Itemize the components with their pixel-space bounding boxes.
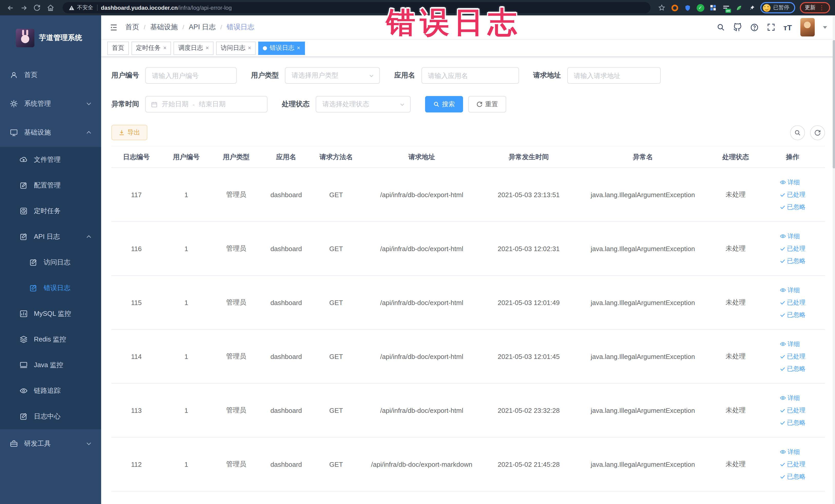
- export-button[interactable]: 导出: [111, 125, 147, 140]
- sidebar-collapse-icon[interactable]: [109, 23, 118, 32]
- sidebar-item-Redis-监控[interactable]: Redis 监控: [0, 327, 101, 352]
- breadcrumb-item-首页[interactable]: 首页: [125, 23, 139, 32]
- action-已忽略[interactable]: 已忽略: [780, 203, 806, 211]
- sidebar-item-研发工具[interactable]: 研发工具: [0, 429, 101, 458]
- search-icon[interactable]: [717, 23, 725, 31]
- tab-错误日志[interactable]: 错误日志×: [259, 41, 305, 55]
- action-已处理[interactable]: 已处理: [780, 298, 806, 307]
- close-tab-icon[interactable]: ×: [297, 45, 300, 51]
- action-label: 详细: [788, 232, 800, 241]
- breadcrumb-item-基础设施[interactable]: 基础设施: [150, 23, 178, 32]
- search-button[interactable]: 搜索: [425, 96, 463, 113]
- sidebar-item-链路追踪[interactable]: 链路追踪: [0, 378, 101, 404]
- active-tab-dot-icon: [263, 46, 267, 50]
- back-icon[interactable]: [5, 3, 15, 13]
- breadcrumb-separator: /: [220, 24, 222, 31]
- calendar-icon: [151, 101, 158, 107]
- browser-menu-kebab-icon[interactable]: ⋮: [819, 5, 825, 11]
- forward-icon[interactable]: [19, 3, 29, 13]
- sidebar-item-系统管理[interactable]: 系统管理: [0, 89, 101, 118]
- breadcrumb-item-API-日志[interactable]: API 日志: [189, 23, 216, 32]
- reload-icon[interactable]: [32, 3, 42, 13]
- refresh-table-button[interactable]: [810, 125, 825, 140]
- address-bar[interactable]: 不安全 dashboard.yudao.iocoder.cn/infra/log…: [63, 2, 650, 13]
- table-row: 1151管理员dashboardGET/api/infra/db-doc/exp…: [111, 276, 825, 329]
- github-icon[interactable]: [733, 23, 742, 32]
- app-logo-row[interactable]: 芋道管理系统: [0, 15, 101, 61]
- action-已处理[interactable]: 已处理: [780, 244, 806, 253]
- action-已处理[interactable]: 已处理: [780, 460, 806, 468]
- sidebar-item-错误日志[interactable]: 错误日志: [0, 275, 101, 301]
- orange-donut-extension-icon[interactable]: [670, 4, 679, 12]
- close-tab-icon[interactable]: ×: [206, 45, 209, 51]
- sidebar-item-MySQL-监控[interactable]: MySQL 监控: [0, 301, 101, 327]
- sidebar-item-API-日志[interactable]: API 日志: [0, 224, 101, 249]
- sidebar-item-文件管理[interactable]: 文件管理: [0, 147, 101, 173]
- tab-label: 错误日志: [270, 44, 294, 53]
- green-check-extension-icon[interactable]: ✓: [696, 4, 704, 12]
- close-tab-icon[interactable]: ×: [163, 45, 167, 51]
- tab-首页[interactable]: 首页: [107, 41, 129, 55]
- cell-time: 2021-05-02 23:32:28: [482, 383, 575, 437]
- page-scrollbar-thumb[interactable]: [832, 40, 835, 168]
- url-path: /infra/log/api-error-log: [178, 5, 232, 11]
- chrome-update-button[interactable]: 更新 ⋮: [799, 2, 830, 13]
- cell-app: dashboard: [261, 329, 311, 383]
- start-date-placeholder: 开始日期: [162, 100, 188, 109]
- sidebar-item-基础设施[interactable]: 基础设施: [0, 118, 101, 147]
- help-icon[interactable]: [750, 23, 759, 32]
- sidebar-item-首页[interactable]: 首页: [0, 61, 101, 89]
- action-详细[interactable]: 详细: [780, 340, 800, 348]
- user-type-select[interactable]: 请选择用户类型: [285, 67, 380, 84]
- page-scrollbar-track[interactable]: [832, 15, 835, 504]
- toggle-search-button[interactable]: [790, 125, 805, 140]
- sidebar-item-Java-监控[interactable]: Java 监控: [0, 352, 101, 378]
- app-name-input[interactable]: [422, 68, 518, 83]
- chart-icon: [20, 310, 28, 318]
- tab-调度日志[interactable]: 调度日志×: [174, 41, 213, 55]
- blue-shield-extension-icon[interactable]: [683, 4, 692, 12]
- action-详细[interactable]: 详细: [780, 286, 800, 295]
- sidebar-item-定时任务[interactable]: 定时任务: [0, 198, 101, 224]
- fullscreen-icon[interactable]: [767, 23, 775, 31]
- action-已处理[interactable]: 已处理: [780, 406, 806, 415]
- cell-user_type: 管理员: [211, 437, 261, 491]
- action-已忽略[interactable]: 已忽略: [780, 310, 806, 319]
- grid-extension-icon[interactable]: [709, 4, 717, 12]
- tab-定时任务[interactable]: 定时任务×: [131, 41, 171, 55]
- request-url-input[interactable]: [568, 68, 660, 83]
- table-row: 1121管理员dashboardGET/api/infra/db-doc/exp…: [111, 437, 825, 491]
- user-id-input[interactable]: [146, 68, 236, 83]
- action-详细[interactable]: 详细: [780, 394, 800, 402]
- action-已忽略[interactable]: 已忽略: [780, 257, 806, 265]
- action-已忽略[interactable]: 已忽略: [780, 418, 806, 427]
- reset-button[interactable]: 重置: [468, 96, 506, 113]
- date-range-picker[interactable]: 开始日期 - 结束日期: [145, 96, 267, 113]
- action-已忽略[interactable]: 已忽略: [780, 364, 806, 373]
- profile-paused-chip[interactable]: 已暂停: [760, 2, 795, 13]
- action-详细[interactable]: 详细: [780, 178, 800, 187]
- close-tab-icon[interactable]: ×: [248, 45, 251, 51]
- font-size-icon[interactable]: ᴛT: [783, 23, 792, 32]
- action-已处理[interactable]: 已处理: [780, 352, 806, 361]
- cell-method: GET: [311, 437, 361, 491]
- user-menu-caret-icon[interactable]: [823, 26, 827, 28]
- sidebar-item-日志中心[interactable]: 日志中心: [0, 404, 101, 429]
- on-badge-extension-icon[interactable]: on: [722, 4, 730, 12]
- action-已处理[interactable]: 已处理: [780, 190, 806, 199]
- bookmark-star-icon[interactable]: [658, 4, 666, 12]
- process-status-select[interactable]: 请选择处理状态: [316, 96, 411, 113]
- security-warning[interactable]: 不安全: [69, 4, 93, 11]
- home-icon[interactable]: [45, 3, 56, 13]
- action-详细[interactable]: 详细: [780, 232, 800, 241]
- tab-访问日志[interactable]: 访问日志×: [216, 41, 256, 55]
- user-avatar[interactable]: [800, 18, 814, 37]
- action-label: 已处理: [787, 244, 806, 253]
- cell-status: 未处理: [711, 222, 760, 276]
- sidebar-item-配置管理[interactable]: 配置管理: [0, 173, 101, 198]
- action-已忽略[interactable]: 已忽略: [780, 472, 806, 481]
- sidebar-item-访问日志[interactable]: 访问日志: [0, 249, 101, 275]
- leaf-extension-icon[interactable]: [735, 4, 743, 12]
- action-详细[interactable]: 详细: [780, 447, 800, 456]
- pin-extension-icon[interactable]: [748, 4, 756, 12]
